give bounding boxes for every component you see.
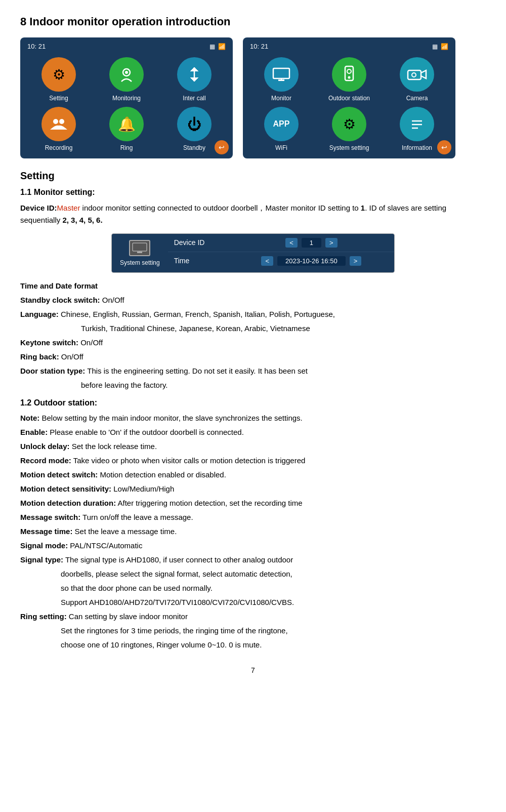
svg-point-3 bbox=[53, 119, 58, 124]
systemsetting-label: System setting bbox=[329, 144, 369, 151]
note-label: Note: bbox=[20, 414, 39, 422]
ring-setting-line: Ring setting: Can setting by slave indoo… bbox=[20, 611, 486, 623]
information-label: Information bbox=[402, 144, 432, 151]
systemsetting-icon: ⚙ bbox=[332, 107, 366, 141]
standby-clock: Standby clock switch: On/Off bbox=[20, 294, 486, 306]
ring-label: Ring bbox=[120, 144, 133, 151]
intercall-icon bbox=[177, 57, 212, 92]
device-id-row: Device ID < 1 > bbox=[168, 234, 394, 252]
screen1-back-button[interactable]: ↩ bbox=[215, 140, 229, 154]
message-time-label: Message time: bbox=[20, 527, 72, 536]
screen2-grid: Monitor Outdoor station bbox=[248, 55, 450, 153]
recording-label: Recording bbox=[45, 144, 73, 151]
time-row-label: Time bbox=[174, 257, 235, 265]
signal-type-line: Signal type: The signal type is AHD1080,… bbox=[20, 554, 486, 566]
screen1-item-monitoring[interactable]: Monitoring bbox=[95, 57, 158, 102]
signal-mode-line: Signal mode: PAL/NTSC/Automatic bbox=[20, 540, 486, 552]
screen2-timebar: 10: 21 ▦ 📶 bbox=[248, 43, 450, 50]
monitor-label: Monitor bbox=[271, 95, 291, 102]
time-right-arrow[interactable]: > bbox=[350, 256, 362, 266]
enable-val: Please enable to 'On' if the outdoor doo… bbox=[48, 428, 244, 436]
svg-point-1 bbox=[125, 71, 128, 74]
motion-detection-duration-val: After triggering motion detection, set t… bbox=[116, 499, 303, 507]
screen2-item-camera[interactable]: Camera bbox=[386, 57, 448, 102]
screen1-item-recording[interactable]: Recording bbox=[27, 107, 90, 151]
screen2-item-wifi[interactable]: APP WiFi bbox=[250, 107, 313, 151]
unlock-delay-val: Set the lock release time. bbox=[70, 442, 157, 451]
time-value: 2023-10-26 16:50 bbox=[277, 256, 346, 266]
enable-line: Enable: Please enable to 'On' if the out… bbox=[20, 426, 486, 438]
information-icon bbox=[400, 107, 434, 141]
device-id-text1: indoor monitor setting connected to outd… bbox=[80, 204, 360, 212]
standby-clock-val: On/Off bbox=[100, 296, 124, 304]
device-id-row-val: < 1 > bbox=[235, 238, 388, 248]
screen1-item-setting[interactable]: ⚙ Setting bbox=[27, 57, 90, 102]
ring-icon: 🔔 bbox=[109, 107, 144, 141]
screen1-item-ring[interactable]: 🔔 Ring bbox=[95, 107, 158, 151]
page-footer: 7 bbox=[20, 666, 486, 674]
outdoor-section: 1.2 Outdoor station: Note: Below setting… bbox=[20, 396, 486, 652]
device-id-left-arrow[interactable]: < bbox=[285, 238, 298, 248]
time-row-val: < 2023-10-26 16:50 > bbox=[235, 256, 388, 266]
motion-detect-switch-val: Motion detection enabled or disabled. bbox=[98, 470, 226, 479]
svg-point-4 bbox=[59, 119, 64, 124]
ringback-line: Ring back: On/Off bbox=[20, 351, 486, 363]
time-row: Time < 2023-10-26 16:50 > bbox=[168, 252, 394, 270]
ring-setting-val: Can setting by slave indoor monitor bbox=[67, 612, 188, 621]
setting-label: Setting bbox=[49, 95, 68, 102]
setting-title: Setting bbox=[20, 168, 486, 184]
message-time-line: Message time: Set the leave a message ti… bbox=[20, 525, 486, 538]
screen2-back-button[interactable]: ↩ bbox=[437, 140, 451, 154]
language-line: Language: Chinese, English, Russian, Ger… bbox=[20, 308, 486, 320]
device-id-value: 1 bbox=[302, 238, 321, 248]
time-date-label: Time and Date format bbox=[20, 281, 98, 290]
unlock-delay-line: Unlock delay: Set the lock release time. bbox=[20, 440, 486, 453]
ring-setting-label: Ring setting: bbox=[20, 612, 67, 621]
system-setting-table: System setting Device ID < 1 > Time < 20… bbox=[111, 233, 395, 273]
svg-point-10 bbox=[348, 76, 351, 79]
message-switch-val: Turn on/off the leave a message. bbox=[80, 513, 193, 521]
signal-mode-val: PAL/NTSC/Automatic bbox=[68, 541, 142, 550]
sys-setting-rows: Device ID < 1 > Time < 2023-10-26 16:50 … bbox=[168, 234, 394, 272]
sim-icon: ▦ bbox=[209, 43, 215, 50]
device-id-row-label: Device ID bbox=[174, 238, 235, 247]
message-switch-label: Message switch: bbox=[20, 513, 80, 521]
screen2-item-monitor[interactable]: Monitor bbox=[250, 57, 313, 102]
monitoring-icon bbox=[109, 57, 144, 92]
keytone-line: Keytone switch: On/Off bbox=[20, 337, 486, 349]
svg-point-9 bbox=[347, 69, 351, 73]
screen1-time: 10: 21 bbox=[27, 43, 46, 50]
doorstation-line: Door station type: This is the engineeri… bbox=[20, 365, 486, 377]
screen2-item-outdoor[interactable]: Outdoor station bbox=[318, 57, 381, 102]
motion-detect-sensitivity-val: Low/Medium/High bbox=[111, 484, 174, 493]
doorstation-val: This is the engineering setting. Do not … bbox=[85, 367, 308, 375]
keytone-label: Keytone switch: bbox=[20, 338, 78, 347]
enable-label: Enable: bbox=[20, 428, 48, 436]
screen2-item-systemsetting[interactable]: ⚙ System setting bbox=[318, 107, 381, 151]
screen1-timebar: 10: 21 ▦ 📶 bbox=[25, 43, 228, 50]
signal-type-cont3: Support AHD1080/AHD720/TVI720/TVI1080/CV… bbox=[20, 596, 486, 608]
outdoor-title: 1.2 Outdoor station: bbox=[20, 396, 486, 410]
motion-detect-switch-label: Motion detect switch: bbox=[20, 470, 98, 479]
time-left-arrow[interactable]: < bbox=[261, 256, 273, 266]
standby-clock-label: Standby clock switch: bbox=[20, 296, 100, 304]
motion-detect-sensitivity-line: Motion detect sensitivity: Low/Medium/Hi… bbox=[20, 483, 486, 495]
language-val: Chinese, English, Russian, German, Frenc… bbox=[59, 310, 335, 318]
screen1: 10: 21 ▦ 📶 ⚙ Setting Monitoring bbox=[20, 37, 233, 158]
device-id-numbers: 2, 3, 4, 5, 6. bbox=[62, 216, 102, 224]
screen1-item-intercall[interactable]: Inter call bbox=[163, 57, 226, 102]
recording-icon bbox=[41, 107, 76, 141]
unlock-delay-label: Unlock delay: bbox=[20, 442, 70, 451]
standby-icon: ⏻ bbox=[177, 107, 212, 141]
camera-icon bbox=[400, 57, 434, 92]
device-id-paragraph: Device ID:Master indoor monitor setting … bbox=[20, 202, 486, 226]
device-id-right-arrow[interactable]: > bbox=[325, 238, 338, 248]
message-switch-line: Message switch: Turn on/off the leave a … bbox=[20, 511, 486, 523]
signal-type-label: Signal type: bbox=[20, 555, 63, 564]
signal-type-val: The signal type is AHD1080, if user conn… bbox=[63, 555, 293, 564]
motion-detection-duration-line: Motion detection duration: After trigger… bbox=[20, 497, 486, 509]
note-val: Below setting by the main indoor monitor… bbox=[39, 414, 302, 422]
svg-rect-6 bbox=[278, 79, 284, 81]
device-id-one: 1 bbox=[361, 204, 365, 212]
wifi-app-icon: APP bbox=[264, 107, 299, 141]
